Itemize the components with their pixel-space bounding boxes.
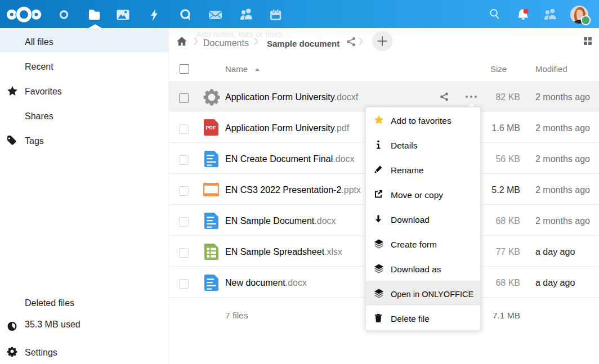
svg-text:PDF: PDF: [206, 125, 217, 131]
